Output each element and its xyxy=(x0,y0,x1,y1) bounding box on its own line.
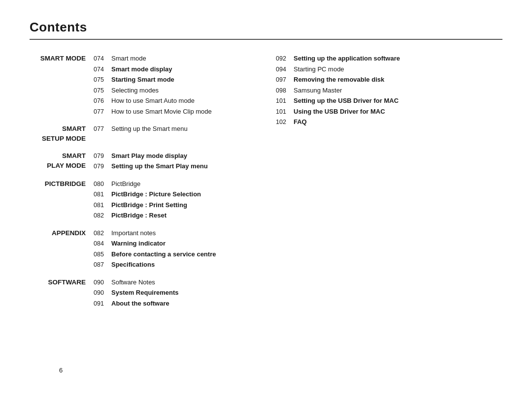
list-item: 084Warning indicator xyxy=(94,239,256,248)
entry-text: Specifications xyxy=(111,260,155,270)
entry-text: Warning indicator xyxy=(111,239,166,248)
list-item: 092Setting up the application software xyxy=(276,54,502,63)
section-label: PICTBRIDGE xyxy=(30,179,94,221)
entry-number: 074 xyxy=(94,66,111,73)
list-item: 091About the software xyxy=(94,299,256,308)
entry-text: Using the USB Driver for MAC xyxy=(294,107,385,117)
entry-text: PictBridge : Print Setting xyxy=(111,200,187,210)
entry-text: Samsung Master xyxy=(294,86,342,95)
page-number: 6 xyxy=(59,367,63,374)
list-item: 094Starting PC mode xyxy=(276,64,502,74)
entry-text: Removing the removable disk xyxy=(294,75,384,85)
list-item: 080PictBridge xyxy=(94,179,256,189)
section-label: SMART SETUP MODE xyxy=(30,124,94,144)
entry-number: 077 xyxy=(94,108,111,115)
entry-text: How to use Smart Movie Clip mode xyxy=(111,107,212,117)
list-item: 076How to use Smart Auto mode xyxy=(94,96,256,106)
section-label: SOFTWARE xyxy=(30,278,94,309)
section: APPENDIX082Important notes084Warning ind… xyxy=(30,228,256,271)
entry-text: Smart Play mode display xyxy=(111,151,187,161)
entry-number: 090 xyxy=(94,289,111,296)
entry-text: Smart mode display xyxy=(111,64,172,74)
entry-number: 074 xyxy=(94,55,111,62)
entry-number: 075 xyxy=(94,76,111,83)
entry-number: 082 xyxy=(94,230,111,237)
entry-number: 081 xyxy=(94,202,111,209)
list-item: 074Smart mode display xyxy=(94,64,256,74)
entry-text: FAQ xyxy=(294,117,307,127)
entry-number: 098 xyxy=(276,87,294,94)
list-item: 077How to use Smart Movie Clip mode xyxy=(94,107,256,117)
entry-number: 090 xyxy=(94,279,111,286)
entry-text: PictBridge : Reset xyxy=(111,211,166,220)
entry-text: Setting up the USB Driver for MAC xyxy=(294,96,399,106)
list-item: 082Important notes xyxy=(94,228,256,238)
entry-number: 102 xyxy=(276,119,294,125)
section-entries-right: 092Setting up the application software09… xyxy=(276,54,502,128)
list-item: 098Samsung Master xyxy=(276,86,502,95)
list-item: 081PictBridge : Print Setting xyxy=(94,200,256,210)
list-item: 101Setting up the USB Driver for MAC xyxy=(276,96,502,106)
entry-number: 075 xyxy=(94,87,111,94)
list-item: 087Specifications xyxy=(94,260,256,270)
entry-number: 094 xyxy=(276,66,294,73)
section-entries: 080PictBridge081PictBridge : Picture Sel… xyxy=(94,179,256,221)
list-item: 085Before contacting a service centre xyxy=(94,249,256,259)
col-left: SMART MODE074Smart mode074Smart mode dis… xyxy=(30,54,256,316)
list-item: 074Smart mode xyxy=(94,54,256,63)
section-entries: 077Setting up the Smart menu xyxy=(94,124,256,144)
section: PICTBRIDGE080PictBridge081PictBridge : P… xyxy=(30,179,256,221)
section-label: SMART MODE xyxy=(30,54,94,117)
list-item: 102FAQ xyxy=(276,117,502,127)
entry-text: Setting up the Smart menu xyxy=(111,124,188,134)
entry-number: 101 xyxy=(276,97,294,104)
list-item: 075Selecting modes xyxy=(94,86,256,95)
entry-number: 077 xyxy=(94,125,111,132)
entry-text: How to use Smart Auto mode xyxy=(111,96,195,106)
section: SOFTWARE090Software Notes090System Requi… xyxy=(30,278,256,309)
entry-text: Starting Smart mode xyxy=(111,75,174,85)
section-entries: 082Important notes084Warning indicator08… xyxy=(94,228,256,271)
entry-number: 091 xyxy=(94,300,111,307)
page-title: Contents xyxy=(30,20,502,40)
list-item: 090Software Notes xyxy=(94,278,256,287)
entry-number: 092 xyxy=(276,55,294,62)
list-item: 097Removing the removable disk xyxy=(276,75,502,85)
section: SMART SETUP MODE077Setting up the Smart … xyxy=(30,124,256,144)
entry-text: PictBridge xyxy=(111,179,140,189)
entry-number: 079 xyxy=(94,153,111,159)
entry-text: Setting up the application software xyxy=(294,54,400,63)
entry-number: 081 xyxy=(94,191,111,198)
entry-number: 085 xyxy=(94,251,111,258)
section-right: 092Setting up the application software09… xyxy=(276,54,502,128)
list-item: 082PictBridge : Reset xyxy=(94,211,256,220)
list-item: 079Smart Play mode display xyxy=(94,151,256,161)
section: SMART PLAY MODE079Smart Play mode displa… xyxy=(30,151,256,172)
contents-layout: SMART MODE074Smart mode074Smart mode dis… xyxy=(30,54,502,316)
section-entries: 090Software Notes090System Requirements0… xyxy=(94,278,256,309)
section-entries: 079Smart Play mode display079Setting up … xyxy=(94,151,256,172)
page-wrapper: Contents SMART MODE074Smart mode074Smart… xyxy=(30,20,502,389)
section-entries: 074Smart mode074Smart mode display075Sta… xyxy=(94,54,256,117)
entry-number: 087 xyxy=(94,261,111,268)
list-item: 081PictBridge : Picture Selection xyxy=(94,189,256,199)
section: SMART MODE074Smart mode074Smart mode dis… xyxy=(30,54,256,117)
entry-number: 097 xyxy=(276,76,294,83)
entry-number: 079 xyxy=(94,163,111,170)
entry-text: Important notes xyxy=(111,228,156,238)
col-right: 092Setting up the application software09… xyxy=(276,54,502,316)
list-item: 079Setting up the Smart Play menu xyxy=(94,161,256,171)
entry-text: System Requirements xyxy=(111,288,179,298)
section-label: APPENDIX xyxy=(30,228,94,271)
entry-text: Before contacting a service centre xyxy=(111,249,216,259)
entry-number: 080 xyxy=(94,181,111,187)
section-label: SMART PLAY MODE xyxy=(30,151,94,172)
list-item: 101Using the USB Driver for MAC xyxy=(276,107,502,117)
entry-text: Software Notes xyxy=(111,278,155,287)
entry-number: 101 xyxy=(276,108,294,115)
entry-text: Setting up the Smart Play menu xyxy=(111,161,208,171)
entry-text: Selecting modes xyxy=(111,86,159,95)
entry-number: 082 xyxy=(94,212,111,219)
entry-text: PictBridge : Picture Selection xyxy=(111,189,201,199)
entry-text: About the software xyxy=(111,299,169,308)
